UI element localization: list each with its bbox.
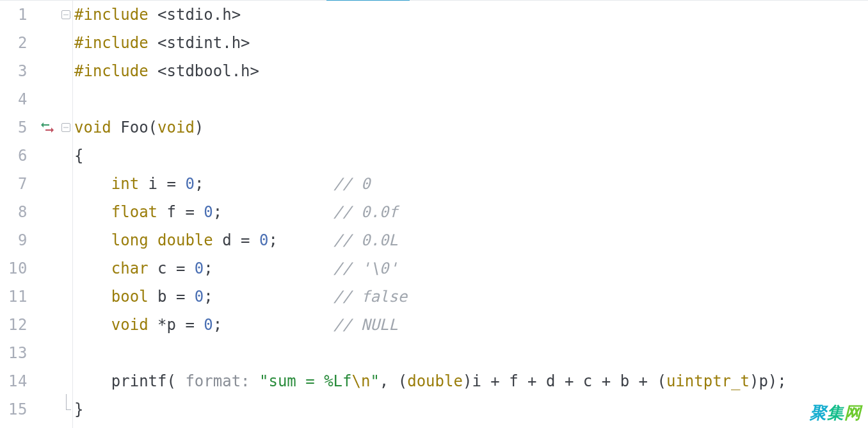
token-kw: float — [111, 203, 157, 221]
line-number[interactable]: 14 — [0, 367, 28, 395]
marker-cell — [36, 395, 59, 424]
marker-cell — [36, 142, 59, 170]
line-number[interactable]: 1 — [0, 1, 28, 29]
token-punct: > — [232, 6, 241, 24]
token-cmt: // false — [334, 288, 408, 306]
token-ident: stdint.h — [167, 34, 241, 52]
line-number[interactable]: 5 — [0, 113, 28, 142]
token-ident: d — [222, 231, 231, 249]
token-ws — [149, 6, 157, 24]
token-ws — [213, 231, 222, 249]
token-ident: stdbool.h — [167, 62, 250, 80]
swap-icon[interactable] — [41, 121, 54, 134]
line-number[interactable]: 2 — [0, 29, 28, 57]
token-ws — [232, 231, 241, 249]
token-punct: < — [157, 34, 166, 52]
token-ws — [278, 231, 334, 249]
token-ws — [74, 203, 111, 221]
token-cmt: // NULL — [334, 316, 398, 334]
code-line[interactable]: bool b = 0; // false — [74, 283, 868, 311]
code-area[interactable]: #include <stdio.h>#include <stdint.h>#in… — [73, 1, 868, 428]
token-ident: p — [759, 372, 768, 390]
token-ws — [176, 316, 185, 334]
token-punct: + — [639, 372, 648, 390]
token-ident: c — [157, 259, 166, 277]
token-ws — [167, 288, 176, 306]
token-num: 0 — [195, 259, 204, 277]
token-kw: long — [111, 231, 149, 249]
token-ws — [74, 175, 111, 193]
token-ws — [111, 119, 120, 136]
code-line[interactable] — [74, 85, 868, 113]
marker-cell — [36, 170, 59, 198]
token-ws — [157, 175, 166, 193]
line-number[interactable]: 4 — [0, 85, 28, 113]
marker-cell — [36, 57, 59, 85]
code-line[interactable]: int i = 0; // 0 — [74, 170, 868, 198]
token-ws — [74, 231, 111, 249]
token-punct: + — [527, 372, 536, 390]
token-ws — [537, 372, 546, 390]
marker-cell — [36, 367, 59, 395]
code-line[interactable]: } — [74, 395, 868, 424]
token-punct: + — [490, 372, 499, 390]
token-ws — [139, 175, 148, 193]
token-ws — [149, 259, 157, 277]
code-line[interactable]: void *p = 0; // NULL — [74, 311, 868, 339]
token-ws — [74, 316, 111, 334]
fold-empty — [59, 311, 72, 339]
token-kw: uintptr_t — [666, 372, 750, 390]
fold-toggle[interactable] — [59, 113, 72, 142]
token-ws — [592, 372, 601, 390]
token-punct: = — [176, 259, 185, 277]
code-line[interactable]: #include <stdint.h> — [74, 29, 868, 57]
token-ws — [629, 372, 638, 390]
token-ws — [167, 259, 176, 277]
line-number[interactable]: 8 — [0, 198, 28, 226]
line-number[interactable]: 11 — [0, 283, 28, 311]
token-ws — [149, 316, 157, 334]
fold-empty — [59, 57, 72, 85]
token-kw: #include — [74, 34, 149, 52]
code-line[interactable]: void Foo(void) — [74, 113, 868, 142]
code-editor: 123456789101112131415 #include <stdio.h>… — [0, 0, 868, 428]
token-ws — [518, 372, 527, 390]
token-ws — [185, 288, 194, 306]
line-number[interactable]: 12 — [0, 311, 28, 339]
code-line[interactable] — [74, 339, 868, 367]
fold-empty — [59, 254, 72, 283]
token-ws — [74, 259, 111, 277]
token-num: 0 — [204, 316, 213, 334]
line-number[interactable]: 6 — [0, 142, 28, 170]
line-number[interactable]: 3 — [0, 57, 28, 85]
token-cmt: // 0.0L — [334, 231, 398, 249]
token-num: 0 — [259, 231, 268, 249]
token-punct: { — [74, 147, 83, 165]
token-kw: int — [111, 175, 139, 193]
token-num: 0 — [195, 288, 204, 306]
line-number[interactable]: 9 — [0, 226, 28, 254]
token-punct: ; — [268, 231, 277, 249]
code-line[interactable]: long double d = 0; // 0.0L — [74, 226, 868, 254]
code-line[interactable]: float f = 0; // 0.0f — [74, 198, 868, 226]
line-number[interactable]: 15 — [0, 395, 28, 424]
token-ws — [176, 175, 185, 193]
token-ws — [74, 372, 111, 390]
line-number[interactable]: 10 — [0, 254, 28, 283]
token-ws — [157, 203, 166, 221]
line-number[interactable]: 7 — [0, 170, 28, 198]
code-line[interactable]: #include <stdbool.h> — [74, 57, 868, 85]
token-ws — [149, 288, 157, 306]
code-line[interactable]: #include <stdio.h> — [74, 1, 868, 29]
fold-toggle[interactable] — [59, 1, 72, 29]
token-punct: > — [250, 62, 259, 80]
token-punct: ) — [195, 119, 204, 136]
code-line[interactable]: { — [74, 142, 868, 170]
token-ident: p — [167, 316, 176, 334]
code-line[interactable]: char c = 0; // '\0' — [74, 254, 868, 283]
line-number[interactable]: 13 — [0, 339, 28, 367]
code-line[interactable]: printf( format: "sum = %Lf\n", (double)i… — [74, 367, 868, 395]
token-punct: ( — [149, 119, 157, 136]
token-punct: ; — [204, 259, 213, 277]
token-ident: Foo — [120, 119, 148, 136]
